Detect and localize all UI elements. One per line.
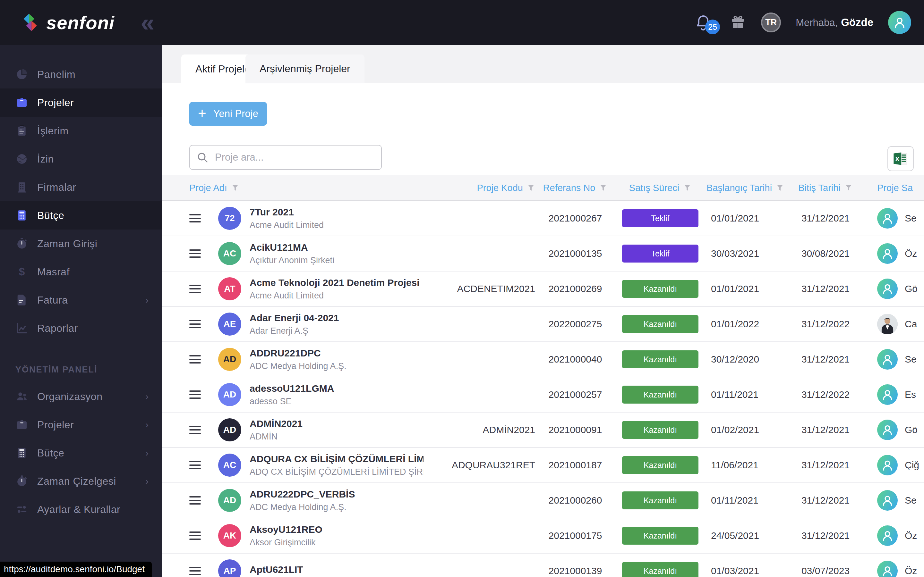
drag-handle-icon[interactable] xyxy=(189,390,201,399)
drag-handle-icon[interactable] xyxy=(189,496,201,504)
notifications-button[interactable]: 25 xyxy=(694,11,715,34)
sidebar-item[interactable]: Ayarlar & Kurallar › xyxy=(0,495,162,524)
project-name[interactable]: ADMİN2021 xyxy=(250,418,302,429)
column-header-project-code[interactable]: Proje Kodu xyxy=(423,183,535,193)
drag-handle-icon[interactable] xyxy=(189,250,201,258)
clipboard-icon xyxy=(15,124,28,137)
project-name[interactable]: 7Tur 2021 xyxy=(250,207,324,218)
drag-handle-icon[interactable] xyxy=(189,426,201,434)
project-name[interactable]: AcikU121MA xyxy=(250,242,334,253)
project-name[interactable]: ADQURA CX BİLİŞİM ÇÖZÜMLERİ LİMİTED ŞİRK… xyxy=(250,454,423,464)
drag-handle-icon[interactable] xyxy=(189,461,201,469)
status-badge: Kazanıldı xyxy=(622,421,698,439)
sidebar-item[interactable]: İşlerim › xyxy=(0,117,162,145)
gifts-button[interactable] xyxy=(730,13,746,31)
project-name[interactable]: Adar Enerji 04-2021 xyxy=(250,313,339,324)
funnel-icon xyxy=(231,184,239,192)
table-row[interactable]: AE Adar Enerji 04-2021 Adar Enerji A.Ş 2… xyxy=(162,307,924,342)
sidebar-item-label: Zaman Çizelgesi xyxy=(37,475,116,487)
tab-archived-projects[interactable]: Arşivlenmiş Projeler xyxy=(246,55,365,83)
project-avatar: AE xyxy=(218,313,241,335)
sidebar-item[interactable]: İzin › xyxy=(0,145,162,173)
column-header-reference-no[interactable]: Referans No xyxy=(535,183,615,193)
sidebar-item[interactable]: Projeler › xyxy=(0,89,162,117)
sidebar-item-label: Projeler xyxy=(37,419,74,431)
brand-logo[interactable]: senfoni xyxy=(20,12,115,33)
reference-no-cell: 2021000040 xyxy=(535,354,615,365)
owner-avatar xyxy=(877,525,898,546)
owner-name: Se xyxy=(905,495,917,506)
project-code-cell: ADMİN2021 xyxy=(423,424,535,435)
sidebar-item[interactable]: Bütçe › xyxy=(0,439,162,467)
table-row[interactable]: AC ADQURA CX BİLİŞİM ÇÖZÜMLERİ LİMİTED Ş… xyxy=(162,448,924,483)
person-icon xyxy=(880,211,895,226)
sidebar-collapse-button[interactable]: « xyxy=(135,9,160,36)
project-owner-cell: Se xyxy=(866,208,924,229)
reference-no-cell: 2021000267 xyxy=(535,213,615,224)
svg-text:$: $ xyxy=(19,266,25,277)
table-row[interactable]: AD ADDRU221DPC ADC Medya Holding A.Ş. 20… xyxy=(162,342,924,377)
drag-handle-icon[interactable] xyxy=(189,214,201,222)
reference-no-cell: 2022000275 xyxy=(535,319,615,330)
search-input[interactable] xyxy=(215,152,375,163)
sidebar-item-label: İzin xyxy=(37,153,54,165)
sidebar-item[interactable]: Fatura › xyxy=(0,286,162,314)
user-avatar[interactable] xyxy=(888,11,911,34)
language-badge[interactable]: TR xyxy=(761,13,781,32)
table-row[interactable]: AK AksoyU121REO Aksor Girişimcilik 20210… xyxy=(162,518,924,554)
table-row[interactable]: 72 7Tur 2021 Acme Audit Limited 20210002… xyxy=(162,201,924,236)
person-icon xyxy=(892,15,907,30)
project-name[interactable]: adessoU121LGMA xyxy=(250,383,334,394)
table-row[interactable]: AD adessoU121LGMA adesso SE 2021000257 K… xyxy=(162,377,924,413)
owner-name: Gö xyxy=(905,284,918,294)
start-date-cell: 01/01/2022 xyxy=(705,319,785,330)
status-badge: Kazanıldı xyxy=(622,527,698,545)
column-header-project-name[interactable]: Proje Adı xyxy=(189,183,423,193)
new-project-button[interactable]: + Yeni Proje xyxy=(189,102,267,126)
column-header-project-owner[interactable]: Proje Sa xyxy=(866,183,924,193)
sidebar-item[interactable]: Raporlar › xyxy=(0,314,162,342)
project-name[interactable]: Acme Teknoloji 2021 Denetim Projesi xyxy=(250,277,420,288)
person-photo xyxy=(877,314,898,334)
table-row[interactable]: AT Acme Teknoloji 2021 Denetim Projesi A… xyxy=(162,271,924,307)
table-row[interactable]: AP AptU621LIT 2021000139 Kazanıldı 01/03… xyxy=(162,554,924,577)
column-header-end-date[interactable]: Bitiş Tarihi xyxy=(785,183,866,193)
sidebar-item[interactable]: Zaman Girişi › xyxy=(0,229,162,258)
project-company: adesso SE xyxy=(250,396,334,406)
drag-handle-icon[interactable] xyxy=(189,320,201,328)
sidebar-item-label: Firmalar xyxy=(37,181,76,193)
drag-handle-icon[interactable] xyxy=(189,532,201,540)
drag-handle-icon[interactable] xyxy=(189,355,201,364)
table-row[interactable]: AD ADRU222DPC_VERBİS ADC Medya Holding A… xyxy=(162,483,924,518)
project-name[interactable]: ADDRU221DPC xyxy=(250,348,347,359)
project-name[interactable]: AptU621LIT xyxy=(250,564,303,575)
sidebar-item[interactable]: Zaman Çizelgesi › xyxy=(0,467,162,495)
project-owner-cell: Se xyxy=(866,349,924,370)
project-name[interactable]: AksoyU121REO xyxy=(250,524,322,535)
calculator-icon xyxy=(15,209,28,222)
sidebar-item[interactable]: Bütçe › xyxy=(0,201,162,229)
drag-handle-icon[interactable] xyxy=(189,285,201,293)
sidebar-item-label: Projeler xyxy=(37,97,74,109)
project-company: ADMİN xyxy=(250,432,302,442)
project-owner-cell: Ca xyxy=(866,314,924,334)
column-header-start-date[interactable]: Başlangıç Tarihi xyxy=(705,183,785,193)
sidebar-item-label: Fatura xyxy=(37,294,68,306)
sidebar-item[interactable]: $ Masraf › xyxy=(0,258,162,286)
table-row[interactable]: AC AcikU121MA Açıktur Anonim Şirketi 202… xyxy=(162,236,924,271)
sidebar-item[interactable]: Projeler › xyxy=(0,411,162,439)
sidebar-item-label: Masraf xyxy=(37,266,69,278)
table-row[interactable]: AD ADMİN2021 ADMİN ADMİN2021 2021000091 … xyxy=(162,413,924,448)
column-header-sales-process[interactable]: Satış Süreci xyxy=(615,183,705,193)
sidebar-item[interactable]: Firmalar › xyxy=(0,173,162,201)
project-name[interactable]: ADRU222DPC_VERBİS xyxy=(250,489,355,500)
project-code-cell: ADQURAU321RET xyxy=(423,460,535,471)
person-icon xyxy=(880,246,895,261)
sidebar-item[interactable]: Panelim › xyxy=(0,60,162,89)
owner-avatar xyxy=(877,561,898,577)
sidebar-item[interactable]: Organizasyon › xyxy=(0,382,162,411)
excel-export-button[interactable]: X xyxy=(887,146,914,171)
drag-handle-icon[interactable] xyxy=(189,567,201,575)
chevron-right-icon: › xyxy=(145,419,149,430)
status-badge: Kazanıldı xyxy=(622,562,698,577)
